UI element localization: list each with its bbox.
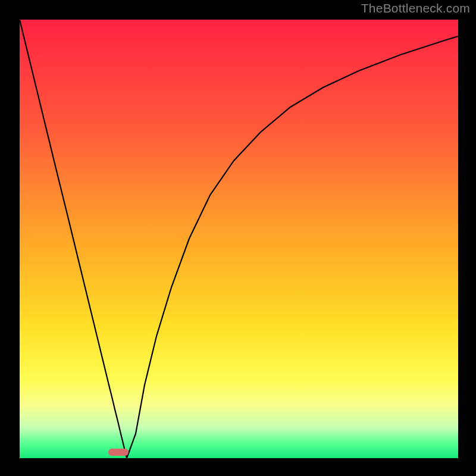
- curve-path: [20, 20, 458, 458]
- chart-frame: TheBottleneck.com: [0, 0, 476, 476]
- minimum-marker: [108, 449, 129, 456]
- watermark-text: TheBottleneck.com: [361, 1, 470, 15]
- bottleneck-curve: [20, 20, 458, 458]
- plot-area: [20, 20, 458, 458]
